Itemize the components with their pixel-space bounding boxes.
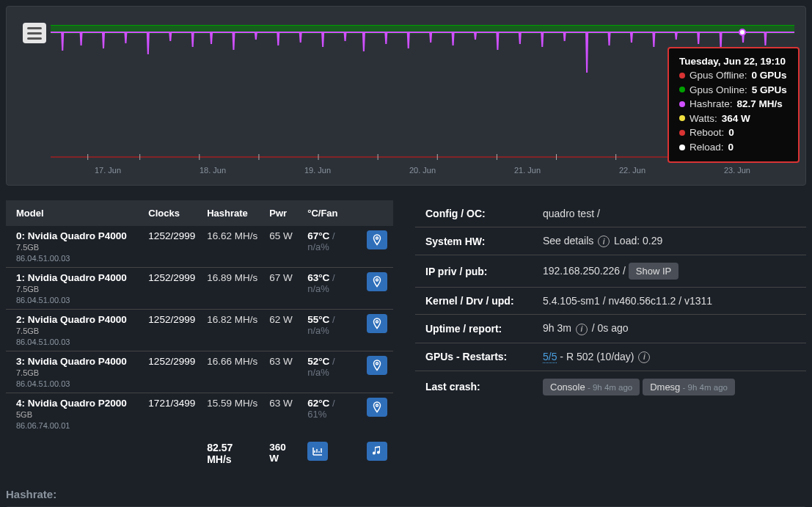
gpu-table-panel: Model Clocks Hashrate Pwr °C/Fan 0: Nvid… bbox=[6, 200, 393, 470]
gpus-restarts-label: GPUs - Restarts: bbox=[415, 343, 533, 371]
system-info-panel: Config / OC: quadro test / System HW: Se… bbox=[415, 200, 806, 470]
col-clocks: Clocks bbox=[142, 200, 201, 226]
pin-button[interactable] bbox=[367, 356, 387, 375]
kernel-value: 5.4.105-sm1 / nv460.56c11.2 / v1311 bbox=[533, 288, 806, 315]
pin-button[interactable] bbox=[367, 314, 387, 333]
gpu-table: Model Clocks Hashrate Pwr °C/Fan 0: Nvid… bbox=[6, 200, 393, 470]
gpus-restarts-value: 5/5 - R 502 (10/day) i bbox=[533, 343, 806, 371]
tooltip-title: Tuesday, Jun 22, 19:10 bbox=[679, 56, 788, 67]
info-icon[interactable]: i bbox=[576, 324, 588, 335]
hashrate-section: Hashrate: 82.57 MH/s bbox=[6, 488, 806, 507]
table-row: 3: Nvidia Quadro P4000 7.5GB 86.04.51.00… bbox=[6, 351, 393, 393]
system-hw-value: See details i Load: 0.29 bbox=[533, 227, 806, 255]
tooltip-row: Gpus Offline: 0 GPUs bbox=[679, 68, 788, 83]
music-button[interactable] bbox=[367, 442, 387, 461]
config-value: quadro test / bbox=[533, 200, 806, 227]
col-hashrate: Hashrate bbox=[201, 200, 263, 226]
tooltip-row: Reload: 0 bbox=[679, 140, 788, 155]
gpus-link[interactable]: 5/5 bbox=[543, 351, 557, 363]
uptime-value: 9h 3m i / 0s ago bbox=[533, 315, 806, 343]
config-label: Config / OC: bbox=[415, 200, 533, 227]
table-row: 0: Nvidia Quadro P4000 7.5GB 86.04.51.00… bbox=[6, 226, 393, 268]
ip-label: IP priv / pub: bbox=[415, 255, 533, 288]
system-hw-label: System HW: bbox=[415, 227, 533, 255]
svg-point-17 bbox=[376, 237, 378, 239]
svg-point-20 bbox=[376, 362, 378, 365]
tooltip-row: Hashrate: 82.7 MH/s bbox=[679, 97, 788, 112]
uptime-label: Uptime / report: bbox=[415, 315, 533, 343]
svg-point-21 bbox=[376, 404, 378, 406]
pin-button[interactable] bbox=[367, 230, 387, 249]
show-ip-button[interactable]: Show IP bbox=[629, 263, 679, 280]
info-icon[interactable]: i bbox=[638, 351, 650, 363]
chart-menu-button[interactable] bbox=[23, 23, 46, 43]
chart-button[interactable] bbox=[307, 442, 328, 461]
tooltip-row: Reboot: 0 bbox=[679, 125, 788, 140]
pin-button[interactable] bbox=[367, 272, 387, 291]
svg-point-15 bbox=[739, 29, 745, 35]
kernel-label: Kernel / Drv / upd: bbox=[415, 288, 533, 315]
hashrate-title: Hashrate: bbox=[6, 488, 806, 500]
total-power: 360 W bbox=[263, 434, 301, 470]
last-crash-value: Console - 9h 4m ago Dmesg - 9h 4m ago bbox=[533, 371, 806, 403]
table-row: 2: Nvidia Quadro P4000 7.5GB 86.04.51.00… bbox=[6, 310, 393, 351]
table-row: 1: Nvidia Quadro P4000 7.5GB 86.04.51.00… bbox=[6, 268, 393, 310]
chart-panel: 17. Jun 18. Jun 19. Jun 20. Jun 21. Jun … bbox=[6, 6, 806, 186]
console-button[interactable]: Console - 9h 4m ago bbox=[543, 379, 640, 395]
pin-button[interactable] bbox=[367, 398, 387, 417]
svg-point-19 bbox=[376, 321, 378, 323]
info-icon[interactable]: i bbox=[598, 236, 610, 247]
chart-x-axis: 17. Jun 18. Jun 19. Jun 20. Jun 21. Jun … bbox=[51, 166, 794, 175]
chart-tooltip: Tuesday, Jun 22, 19:10 Gpus Offline: 0 G… bbox=[667, 47, 800, 163]
last-crash-label: Last crash: bbox=[415, 371, 533, 403]
ip-value: 192.168.250.226 / Show IP bbox=[533, 255, 806, 288]
tooltip-row: Watts: 364 W bbox=[679, 112, 788, 126]
tooltip-row: Gpus Online: 5 GPUs bbox=[679, 83, 788, 98]
svg-point-18 bbox=[376, 279, 378, 281]
col-temp-fan: °C/Fan bbox=[301, 200, 361, 226]
col-pwr: Pwr bbox=[263, 200, 301, 226]
col-model: Model bbox=[6, 200, 142, 226]
total-hashrate: 82.57 MH/s bbox=[201, 434, 263, 470]
dmesg-button[interactable]: Dmesg - 9h 4m ago bbox=[643, 379, 735, 395]
table-row: 4: Nvidia Quadro P2000 5GB 86.06.74.00.0… bbox=[6, 393, 393, 435]
